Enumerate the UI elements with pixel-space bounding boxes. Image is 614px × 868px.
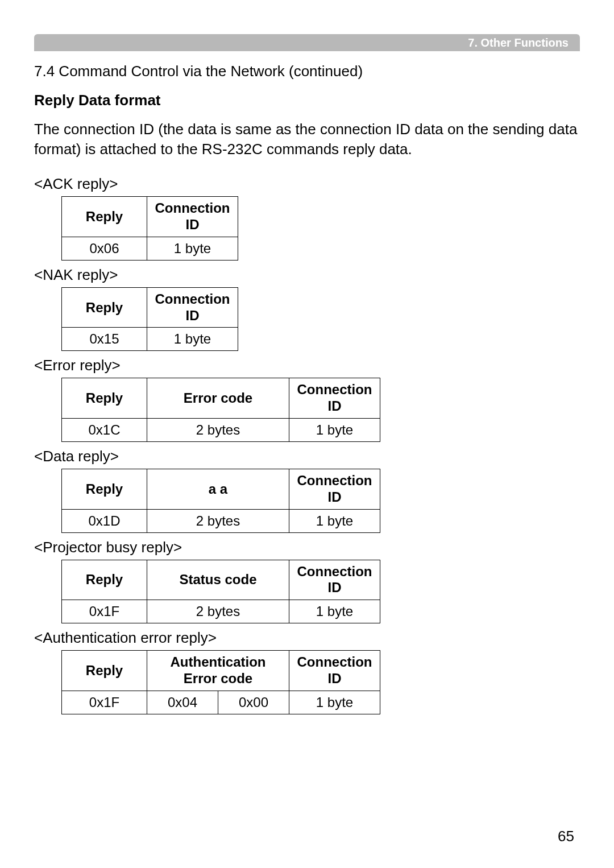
section-title: 7.4 Command Control via the Network (con… (34, 63, 580, 80)
busy-header-mid: Status code (147, 560, 289, 600)
data-reply-label: <Data reply> (34, 448, 580, 465)
ack-header-reply: Reply (62, 197, 147, 237)
error-cell-reply: 0x1C (62, 418, 147, 441)
auth-header-mid-line2: Error code (184, 671, 252, 686)
auth-cell-mid2: 0x00 (218, 691, 289, 714)
chapter-header: 7. Other Functions (34, 34, 580, 51)
auth-reply-label: <Authentication error reply> (34, 629, 580, 647)
nak-reply-label: <NAK reply> (34, 266, 580, 284)
auth-header-mid-line1: Authentication (171, 654, 266, 669)
chapter-title: 7. Other Functions (468, 36, 569, 49)
page-content: 7.4 Command Control via the Network (con… (34, 57, 580, 720)
data-cell-mid: 2 bytes (147, 509, 289, 532)
auth-cell-mid1: 0x04 (147, 691, 218, 714)
busy-cell-reply: 0x1F (62, 600, 147, 623)
nak-cell-conn: 1 byte (147, 328, 238, 351)
description-text: The connection ID (the data is same as t… (34, 119, 580, 159)
ack-header-conn: Connection ID (147, 197, 238, 237)
busy-reply-label: <Projector busy reply> (34, 539, 580, 556)
auth-header-reply: Reply (62, 651, 147, 691)
data-cell-reply: 0x1D (62, 509, 147, 532)
nak-reply-table: Reply Connection ID 0x15 1 byte (61, 287, 238, 352)
data-reply-table: Reply a a Connection ID 0x1D 2 bytes 1 b… (61, 469, 380, 533)
nak-header-reply: Reply (62, 287, 147, 328)
error-header-conn: Connection ID (289, 378, 380, 419)
busy-cell-mid: 2 bytes (147, 600, 289, 623)
ack-cell-reply: 0x06 (62, 237, 147, 260)
ack-cell-conn: 1 byte (147, 237, 238, 260)
data-header-mid: a a (147, 469, 289, 509)
data-cell-conn: 1 byte (289, 509, 380, 532)
error-cell-conn: 1 byte (289, 418, 380, 441)
auth-cell-conn: 1 byte (289, 691, 380, 714)
busy-cell-conn: 1 byte (289, 600, 380, 623)
data-header-reply: Reply (62, 469, 147, 509)
error-reply-table: Reply Error code Connection ID 0x1C 2 by… (61, 378, 380, 442)
error-header-reply: Reply (62, 378, 147, 419)
subsection-title: Reply Data format (34, 92, 580, 109)
error-header-mid: Error code (147, 378, 289, 419)
nak-header-conn: Connection ID (147, 287, 238, 328)
error-reply-label: <Error reply> (34, 357, 580, 374)
error-cell-mid: 2 bytes (147, 418, 289, 441)
auth-reply-table: Reply Authentication Error code Connecti… (61, 650, 380, 714)
ack-reply-table: Reply Connection ID 0x06 1 byte (61, 196, 238, 261)
auth-cell-reply: 0x1F (62, 691, 147, 714)
data-header-conn: Connection ID (289, 469, 380, 509)
nak-cell-reply: 0x15 (62, 328, 147, 351)
auth-header-mid: Authentication Error code (147, 651, 289, 691)
auth-header-conn: Connection ID (289, 651, 380, 691)
page-number: 65 (558, 828, 574, 845)
ack-reply-label: <ACK reply> (34, 175, 580, 193)
busy-header-reply: Reply (62, 560, 147, 600)
busy-header-conn: Connection ID (289, 560, 380, 600)
busy-reply-table: Reply Status code Connection ID 0x1F 2 b… (61, 560, 380, 624)
